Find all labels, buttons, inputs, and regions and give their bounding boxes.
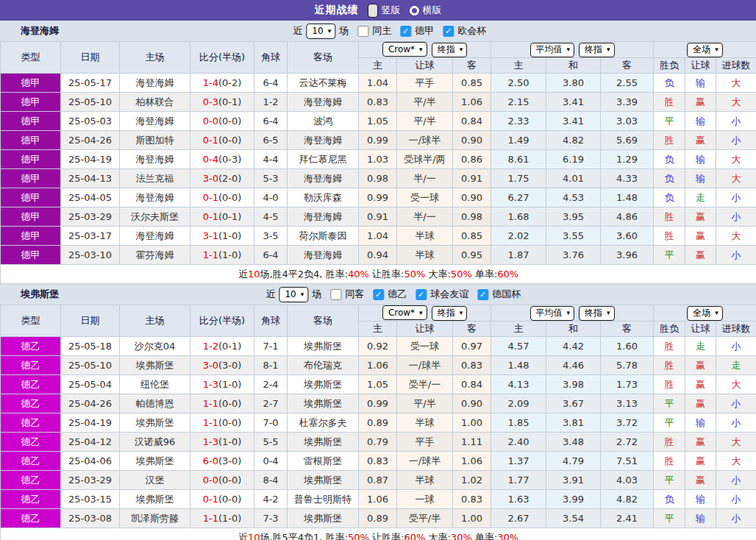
- corners-cell: 7-0: [254, 413, 288, 433]
- date-cell: 25-03-10: [61, 246, 120, 265]
- checkbox-unchecked-icon[interactable]: [330, 289, 341, 300]
- summary-segment: 近: [238, 269, 248, 280]
- odds-home-cell: 0.99: [359, 188, 397, 207]
- fulltime-score: 0-3: [203, 96, 218, 107]
- avg-away-cell: 1.29: [601, 150, 654, 169]
- summary-segment: 50%: [348, 532, 369, 540]
- table-row: 德甲25-05-03海登海姆0-0(0-0)6-4波鸿1.05平/半0.842.…: [1, 112, 756, 131]
- avg-away-cell: 1.60: [601, 337, 654, 356]
- radio-selected-icon[interactable]: [368, 4, 378, 18]
- checkbox-checked-icon[interactable]: ✓: [373, 289, 384, 300]
- average-select[interactable]: 平均值▾: [530, 43, 575, 57]
- column-header: 日期: [61, 305, 120, 337]
- avg-home-cell: 2.09: [491, 394, 546, 413]
- score-cell: 1-2(0-1): [190, 337, 254, 356]
- fulltime-score: 0-0: [203, 475, 218, 486]
- handicap-result-cell: 赢: [685, 356, 716, 375]
- avg-stage-select[interactable]: 终指▾: [579, 306, 615, 321]
- goals-result-cell: 小: [716, 509, 756, 528]
- bookmaker-select[interactable]: Crow*▾: [382, 42, 427, 57]
- match-count-select[interactable]: 10▾: [279, 287, 308, 302]
- corners-cell: 4-4: [254, 150, 288, 169]
- column-header: 客场: [288, 305, 359, 337]
- type-cell: 德甲: [1, 188, 61, 207]
- average-select-value: 平均值: [536, 307, 563, 319]
- avg-draw-cell: 3.76: [546, 246, 601, 265]
- handicap-result-cell: 赢: [685, 375, 716, 394]
- avg-draw-cell: 3.55: [546, 227, 601, 246]
- avg-away-cell: 1.48: [601, 188, 654, 207]
- checkbox-checked-icon[interactable]: ✓: [443, 26, 454, 37]
- radio-unselected-icon[interactable]: [410, 6, 419, 15]
- column-header: 主场: [120, 42, 190, 74]
- odds-stage-select[interactable]: 终指▾: [432, 43, 468, 57]
- odds-handicap-cell: 受球半/两: [397, 150, 453, 169]
- date-cell: 25-04-19: [61, 150, 120, 169]
- winloss-result-cell: 平: [654, 246, 685, 265]
- match-count-select[interactable]: 10▾: [306, 24, 335, 39]
- odds-home-cell: 0.99: [359, 131, 397, 150]
- period-select-value: 全场: [693, 43, 710, 56]
- goals-result-cell: 小: [716, 471, 756, 490]
- odds-handicap-cell: 平手: [397, 74, 453, 93]
- odds-away-cell: 1.02: [453, 471, 491, 490]
- summary-segment: 让胜率:: [369, 532, 404, 540]
- away-team-cell: 云达不莱梅: [288, 74, 359, 93]
- halftime-score: (0-0): [218, 494, 241, 505]
- odds-stage-select[interactable]: 终指▾: [432, 306, 468, 321]
- winloss-result-cell: 胜: [654, 207, 685, 227]
- home-team-cell: 汉堡: [120, 471, 190, 490]
- average-select[interactable]: 平均值▾: [530, 306, 575, 321]
- column-header: 角球: [254, 42, 288, 74]
- score-cell: 0-1(0-1): [190, 207, 254, 227]
- layout-radio-vertical[interactable]: 竖版: [368, 4, 401, 18]
- avg-draw-cell: 4.53: [546, 188, 601, 207]
- avg-home-cell: 1.75: [491, 169, 546, 188]
- avg-stage-select-value: 终指: [585, 307, 602, 319]
- period-select[interactable]: 全场▾: [687, 43, 723, 57]
- odds-away-cell: 0.90: [453, 188, 491, 207]
- bookmaker-select[interactable]: Crow*▾: [382, 305, 427, 320]
- odds-away-cell: 1.00: [453, 509, 491, 528]
- column-header: 和: [546, 58, 601, 74]
- avg-draw-cell: 4.46: [546, 356, 601, 375]
- checkbox-checked-icon[interactable]: ✓: [400, 26, 411, 37]
- away-team-cell: 海登海姆: [288, 207, 359, 227]
- avg-away-cell: 3.96: [601, 246, 654, 265]
- avg-away-cell: 4.33: [601, 169, 654, 188]
- away-team-cell: 海登海姆: [288, 246, 359, 265]
- match-count-select-value: 10: [312, 26, 323, 36]
- period-select-value: 全场: [693, 307, 710, 319]
- table-row: 德乙25-04-26帕德博恩1-1(0-0)2-7埃弗斯堡0.99平/半0.90…: [1, 394, 756, 413]
- odds-home-cell: 0.83: [359, 452, 397, 471]
- corners-cell: 5-3: [254, 169, 288, 188]
- column-header: 让球: [397, 321, 453, 337]
- type-cell: 德甲: [1, 131, 61, 150]
- odds-handicap-cell: 半球: [397, 413, 453, 433]
- avg-away-cell: 3.39: [601, 93, 654, 112]
- summary-segment: 60%: [404, 532, 425, 540]
- checkbox-unchecked-icon[interactable]: [357, 26, 368, 37]
- handicap-result-cell: 输: [685, 413, 716, 433]
- odds-handicap-cell: 半球: [397, 471, 453, 490]
- type-cell: 德甲: [1, 227, 61, 246]
- type-cell: 德乙: [1, 452, 61, 471]
- period-select[interactable]: 全场▾: [687, 306, 723, 321]
- summary-segment: 10: [248, 532, 260, 540]
- checkbox-checked-icon[interactable]: ✓: [477, 289, 488, 300]
- home-team-cell: 埃弗斯堡: [120, 356, 190, 375]
- away-team-cell: 荷尔斯泰因: [288, 227, 359, 246]
- away-team-cell: 埃弗斯堡: [288, 471, 359, 490]
- odds-handicap-cell: 一/球半: [397, 356, 453, 375]
- avg-away-cell: 1.73: [601, 375, 654, 394]
- avg-stage-select[interactable]: 终指▾: [579, 43, 615, 57]
- near-label: 近: [265, 288, 275, 301]
- avg-home-cell: 2.15: [491, 93, 546, 112]
- fulltime-score: 0-4: [203, 154, 218, 165]
- layout-radio-horizontal[interactable]: 横版: [410, 4, 442, 17]
- checkbox-checked-icon[interactable]: ✓: [416, 289, 427, 300]
- date-cell: 25-03-08: [61, 509, 120, 528]
- odds-away-cell: 0.86: [453, 150, 491, 169]
- home-team-cell: 海登海姆: [120, 74, 190, 93]
- column-header: 主: [359, 58, 397, 74]
